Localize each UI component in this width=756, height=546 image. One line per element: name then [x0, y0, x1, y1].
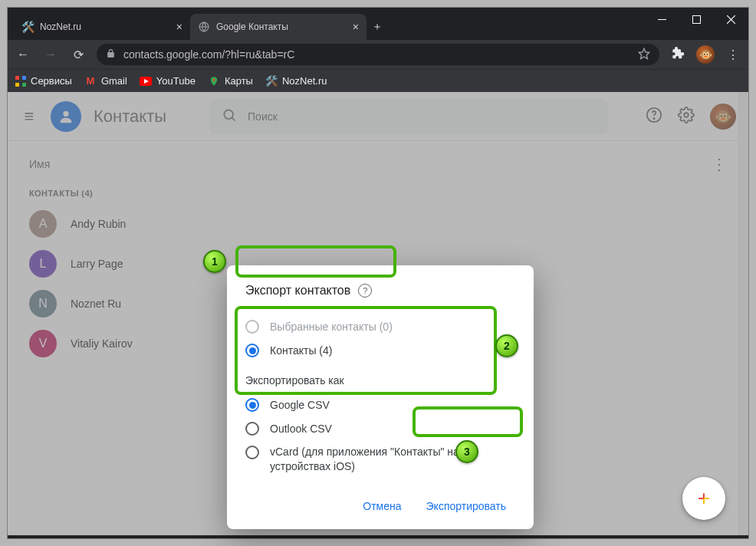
radio-icon [245, 446, 259, 459]
option-label: Google CSV [270, 399, 330, 411]
gmail-icon: M [84, 75, 97, 87]
bookmark-label: Карты [225, 75, 253, 87]
wrench-icon: 🛠️ [265, 75, 278, 87]
step-badge-3: 3 [455, 440, 478, 463]
tab-strip: 🛠️ NozNet.ru × Google Контакты × ＋ [14, 14, 388, 40]
plus-icon: + [698, 486, 710, 511]
close-icon[interactable]: × [176, 21, 182, 33]
extensions-icon[interactable] [669, 47, 687, 62]
cancel-button[interactable]: Отмена [353, 494, 410, 518]
lock-icon [106, 48, 116, 61]
format-google-csv[interactable]: Google CSV [245, 393, 515, 416]
export-dialog: Экспорт контактов ? Выбранные контакты (… [227, 265, 534, 529]
option-selected-contacts: Выбранные контакты (0) [245, 314, 515, 338]
apps-icon [15, 76, 26, 87]
window-close[interactable] [714, 8, 748, 31]
help-icon[interactable]: ? [358, 284, 372, 298]
option-label: Контакты (4) [270, 344, 332, 357]
close-icon[interactable]: × [353, 21, 359, 33]
tab-noznet[interactable]: 🛠️ NozNet.ru × [14, 14, 190, 40]
option-all-contacts[interactable]: Контакты (4) [245, 338, 515, 362]
bookmark-label: Gmail [101, 75, 127, 87]
bookmark-label: Сервисы [31, 75, 72, 87]
bookmark-label: NozNet.ru [282, 75, 327, 87]
youtube-icon [140, 75, 152, 87]
tab-title: Google Контакты [216, 21, 347, 32]
back-button[interactable]: ← [14, 48, 32, 61]
export-button[interactable]: Экспортировать [417, 494, 515, 518]
window-minimize[interactable] [645, 8, 679, 31]
menu-button[interactable]: ⋮ [724, 48, 742, 62]
profile-avatar[interactable]: 🐵 [696, 45, 715, 64]
option-label: Outlook CSV [270, 423, 332, 435]
bookmarks-bar: Сервисы M Gmail YouTube Карты 🛠️ NozNet.… [8, 69, 748, 92]
format-outlook-csv[interactable]: Outlook CSV [245, 416, 515, 440]
forward-button[interactable]: → [41, 48, 60, 61]
tab-title: NozNet.ru [40, 21, 170, 32]
window-maximize[interactable] [679, 8, 714, 31]
add-contact-fab[interactable]: + [682, 477, 725, 520]
svg-rect-1 [693, 16, 701, 24]
radio-icon [245, 398, 259, 412]
wrench-icon: 🛠️ [21, 21, 34, 33]
maps-icon [208, 75, 220, 87]
url-text: contacts.google.com/?hl=ru&tab=rC [123, 48, 630, 61]
radio-icon [245, 422, 259, 436]
svg-marker-5 [639, 48, 649, 58]
tab-contacts[interactable]: Google Контакты × [190, 14, 366, 40]
radio-icon [245, 344, 259, 357]
reload-button[interactable]: ⟳ [69, 48, 87, 62]
new-tab-button[interactable]: ＋ [366, 14, 388, 40]
bookmark-maps[interactable]: Карты [208, 75, 253, 87]
bookmark-noznet[interactable]: 🛠️ NozNet.ru [265, 75, 327, 87]
radio-icon [245, 320, 259, 334]
option-label: vCard (для приложения "Контакты" на устр… [270, 445, 515, 474]
step-badge-2: 2 [495, 334, 518, 357]
dialog-title: Экспорт контактов [245, 284, 350, 298]
bookmark-services[interactable]: Сервисы [15, 75, 72, 87]
bookmark-gmail[interactable]: M Gmail [84, 75, 127, 87]
address-bar[interactable]: contacts.google.com/?hl=ru&tab=rC [97, 44, 659, 65]
svg-point-8 [212, 78, 215, 81]
star-icon[interactable] [638, 48, 650, 62]
option-label: Выбранные контакты (0) [270, 321, 393, 333]
globe-icon [198, 21, 210, 33]
step-badge-1: 1 [203, 250, 226, 273]
bookmark-youtube[interactable]: YouTube [140, 75, 196, 87]
export-as-label: Экспортировать как [245, 374, 515, 386]
bookmark-label: YouTube [156, 75, 196, 87]
